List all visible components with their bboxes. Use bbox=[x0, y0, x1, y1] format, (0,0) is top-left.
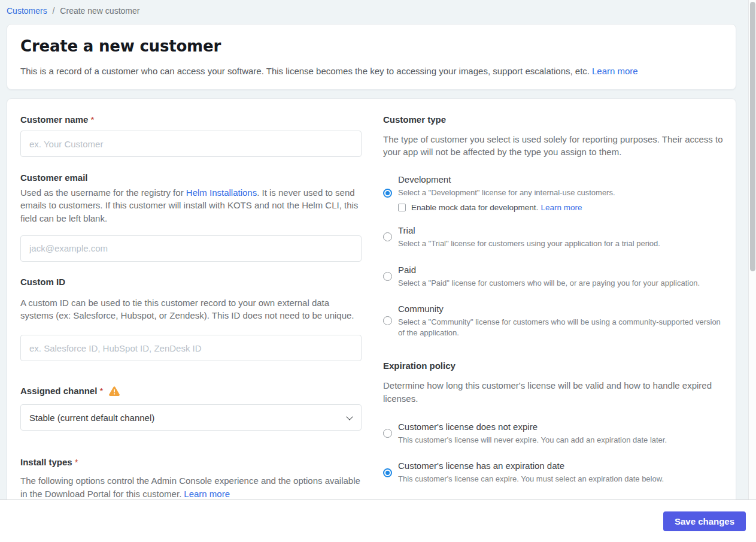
paid-option-title: Paid bbox=[398, 265, 700, 275]
page-content: Customers / Create new customer Create a… bbox=[7, 0, 736, 542]
customer-type-option-trial[interactable]: Trial Select a "Trial" license for custo… bbox=[383, 225, 724, 249]
expiration-option-no-expire[interactable]: Customer's license does not expire This … bbox=[383, 422, 724, 446]
assigned-channel-label: Assigned channel bbox=[20, 386, 97, 396]
page-title: Create a new customer bbox=[20, 37, 722, 55]
install-types-required-asterisk: * bbox=[75, 457, 78, 467]
no-expire-option-text: Customer's license does not expire This … bbox=[398, 422, 667, 446]
save-changes-button[interactable]: Save changes bbox=[663, 511, 746, 531]
customer-name-field-group: Customer name* bbox=[20, 114, 362, 157]
community-option-text: Community Select a "Community" license f… bbox=[398, 304, 724, 338]
no-expire-option-description: This customer's license will never expir… bbox=[398, 435, 667, 446]
assigned-channel-select[interactable]: Stable (current default channel) bbox=[20, 404, 362, 431]
custom-id-field-group: Custom ID A custom ID can be used to tie… bbox=[20, 277, 362, 362]
paid-radio[interactable] bbox=[383, 272, 392, 281]
trial-radio[interactable] bbox=[383, 232, 392, 241]
scrollbar-thumb[interactable] bbox=[750, 2, 755, 271]
breadcrumb: Customers / Create new customer bbox=[7, 0, 736, 16]
custom-id-input[interactable] bbox=[20, 335, 362, 361]
development-option-text: Development Select a "Development" licen… bbox=[398, 174, 615, 213]
page-description-text: This is a record of a customer who can a… bbox=[20, 66, 590, 76]
form-left-column: Customer name* Customer email Used as th… bbox=[20, 114, 362, 517]
customer-email-field-group: Customer email Used as the username for … bbox=[20, 172, 362, 262]
customer-email-label: Customer email bbox=[20, 172, 362, 183]
customer-email-desc-text1: Used as the username for the registry fo… bbox=[20, 187, 186, 198]
community-radio[interactable] bbox=[383, 316, 392, 325]
install-types-description: The following options control the Admin … bbox=[20, 474, 362, 500]
customer-name-label: Customer name bbox=[20, 114, 88, 125]
community-option-title: Community bbox=[398, 304, 724, 314]
trial-option-title: Trial bbox=[398, 225, 660, 235]
custom-id-label: Custom ID bbox=[20, 277, 362, 287]
customer-type-option-community[interactable]: Community Select a "Community" license f… bbox=[383, 304, 724, 338]
assigned-channel-required-asterisk: * bbox=[99, 386, 103, 396]
expiration-policy-label: Expiration policy bbox=[383, 361, 724, 371]
mock-data-checkbox-row: Enable mock data for development.Learn m… bbox=[398, 203, 615, 212]
mock-data-checkbox-label: Enable mock data for development.Learn m… bbox=[411, 203, 582, 212]
form-card: Customer name* Customer email Used as th… bbox=[7, 98, 736, 542]
custom-id-description: A custom ID can be used to tie this cust… bbox=[20, 296, 362, 322]
customer-name-required-asterisk: * bbox=[90, 114, 94, 125]
no-expire-radio[interactable] bbox=[383, 429, 392, 438]
customer-type-description: The type of customer you select is used … bbox=[383, 133, 724, 159]
has-expiration-option-title: Customer's license has an expiration dat… bbox=[398, 461, 664, 471]
header-learn-more-link[interactable]: Learn more bbox=[592, 66, 638, 76]
warning-icon bbox=[109, 386, 120, 396]
expiration-option-has-date[interactable]: Customer's license has an expiration dat… bbox=[383, 461, 724, 485]
mock-data-checkbox[interactable] bbox=[398, 204, 406, 211]
has-expiration-option-description: This customer's license can expire. You … bbox=[398, 474, 664, 485]
page-description: This is a record of a customer who can a… bbox=[20, 65, 722, 77]
development-radio[interactable] bbox=[383, 189, 392, 198]
customer-email-description: Used as the username for the registry fo… bbox=[20, 186, 362, 225]
vertical-scrollbar[interactable] bbox=[748, 0, 756, 499]
has-expiration-option-text: Customer's license has an expiration dat… bbox=[398, 461, 664, 485]
header-card: Create a new customer This is a record o… bbox=[7, 24, 736, 90]
breadcrumb-customers-link[interactable]: Customers bbox=[7, 6, 47, 16]
breadcrumb-separator: / bbox=[53, 6, 55, 16]
install-types-field-group: Install types* The following options con… bbox=[20, 457, 362, 500]
has-expiration-radio[interactable] bbox=[383, 468, 392, 477]
development-option-description: Select a "Development" license for any i… bbox=[398, 187, 615, 198]
paid-option-description: Select a "Paid" license for customers wh… bbox=[398, 278, 700, 289]
customer-type-option-development[interactable]: Development Select a "Development" licen… bbox=[383, 174, 724, 213]
community-option-description: Select a "Community" license for custome… bbox=[398, 317, 724, 338]
helm-installations-link[interactable]: Helm Installations bbox=[186, 187, 257, 198]
assigned-channel-field-group: Assigned channel* Stable (current defaul… bbox=[20, 386, 362, 431]
install-types-learn-more-link[interactable]: Learn more bbox=[184, 489, 230, 499]
expiration-policy-description: Determine how long this customer's licen… bbox=[383, 379, 724, 405]
development-option-title: Development bbox=[398, 174, 615, 184]
customer-type-option-paid[interactable]: Paid Select a "Paid" license for custome… bbox=[383, 265, 724, 289]
breadcrumb-current: Create new customer bbox=[60, 6, 139, 16]
no-expire-option-title: Customer's license does not expire bbox=[398, 422, 667, 432]
customer-email-input[interactable] bbox=[20, 235, 362, 262]
form-right-column: Customer type The type of customer you s… bbox=[383, 114, 724, 517]
customer-type-label: Customer type bbox=[383, 114, 724, 125]
install-types-label: Install types bbox=[20, 457, 72, 467]
paid-option-text: Paid Select a "Paid" license for custome… bbox=[398, 265, 700, 289]
mock-data-label-text: Enable mock data for development. bbox=[411, 203, 538, 212]
customer-name-input[interactable] bbox=[20, 131, 362, 157]
trial-option-text: Trial Select a "Trial" license for custo… bbox=[398, 225, 660, 249]
trial-option-description: Select a "Trial" license for customers u… bbox=[398, 238, 660, 249]
footer-bar: Save changes bbox=[0, 499, 756, 542]
mock-data-learn-more-link[interactable]: Learn more bbox=[541, 203, 582, 212]
